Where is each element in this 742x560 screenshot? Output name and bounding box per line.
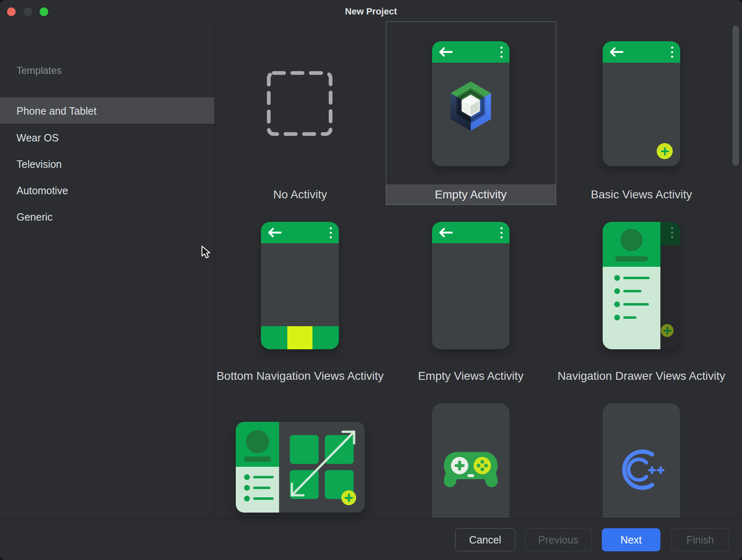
footer-separator <box>0 518 742 518</box>
new-project-dialog: New Project Templates Phone and Tablet W… <box>0 0 742 560</box>
phone-mockup <box>603 403 680 518</box>
back-arrow-icon <box>267 228 282 238</box>
fab-plus-icon <box>341 490 356 505</box>
bottom-nav-bar-icon <box>261 326 339 349</box>
template-label: No Activity <box>215 184 385 205</box>
kebab-menu-icon <box>500 47 502 58</box>
template-label: Basic Views Activity <box>556 184 727 205</box>
template-label: Navigation Drawer Views Activity <box>556 354 727 383</box>
templates-sidebar: Templates Phone and Tablet Wear OS Telev… <box>0 24 215 518</box>
phone-mockup <box>432 403 510 518</box>
dimmed-fab-plus-icon <box>661 324 674 337</box>
vertical-scrollbar-thumb[interactable] <box>733 26 739 166</box>
tablet-adaptive-layout-icon <box>236 422 365 513</box>
template-label: Empty Activity <box>385 184 556 205</box>
sidebar-item-television[interactable]: Television <box>0 151 214 177</box>
avatar <box>246 430 269 453</box>
nav-drawer-icon <box>603 222 660 349</box>
dialog-title: New Project <box>0 6 742 17</box>
back-arrow-icon <box>609 47 624 57</box>
sidebar-header: Templates <box>16 65 61 76</box>
phone-mockup <box>432 222 510 349</box>
dashed-square-icon <box>267 71 333 136</box>
kebab-menu-icon <box>671 47 673 58</box>
sidebar-item-phone-and-tablet[interactable]: Phone and Tablet <box>0 98 214 124</box>
kebab-menu-icon <box>500 227 502 238</box>
phone-mockup <box>603 41 680 166</box>
cancel-button[interactable]: Cancel <box>455 528 515 551</box>
back-arrow-icon <box>438 47 453 57</box>
template-label: Empty Views Activity <box>385 354 556 383</box>
avatar <box>620 229 643 251</box>
back-arrow-icon <box>438 228 453 238</box>
template-label: Bottom Navigation Views Activity <box>215 354 385 383</box>
phone-mockup <box>261 222 339 349</box>
cpp-logo-icon <box>617 447 666 492</box>
previous-button[interactable]: Previous <box>525 528 592 551</box>
finish-button[interactable]: Finish <box>672 528 729 551</box>
kebab-menu-icon <box>330 227 332 238</box>
app-bar <box>603 41 680 63</box>
phone-mockup <box>432 41 510 166</box>
phone-mockup <box>603 222 680 349</box>
app-bar <box>432 41 510 63</box>
app-bar <box>261 222 339 243</box>
sidebar-item-automotive[interactable]: Automotive <box>0 177 214 204</box>
fab-plus-icon <box>657 143 673 159</box>
app-bar <box>432 222 510 243</box>
next-button[interactable]: Next <box>602 528 660 551</box>
sidebar-item-generic[interactable]: Generic <box>0 204 214 230</box>
avatar-name-bar <box>615 256 648 261</box>
avatar-name-bar <box>244 456 271 462</box>
kebab-menu-icon <box>671 227 673 238</box>
titlebar: New Project <box>0 0 742 24</box>
sidebar-item-wear-os[interactable]: Wear OS <box>0 125 214 151</box>
jetpack-compose-logo-icon <box>447 81 494 133</box>
game-controller-icon <box>444 449 498 491</box>
